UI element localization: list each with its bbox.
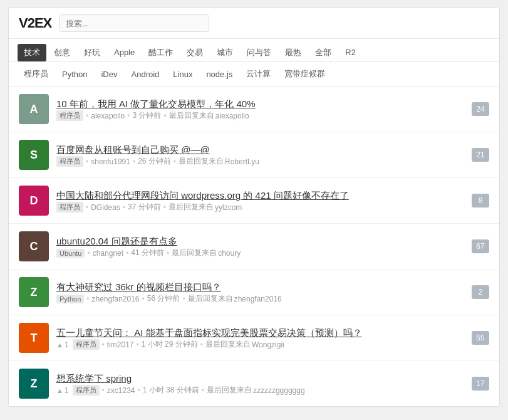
author-link[interactable]: shenfu1991 xyxy=(91,157,130,166)
sub-tab-linux[interactable]: Linux xyxy=(167,67,199,81)
avatar[interactable]: S xyxy=(19,140,49,170)
upvote-icon: ▲ xyxy=(56,387,63,394)
avatar[interactable]: C xyxy=(19,231,49,261)
time: 41 分钟前 xyxy=(131,248,164,258)
last-reply-label: 最后回复来自 xyxy=(179,156,224,167)
nav-tab-tech[interactable]: 技术 xyxy=(18,44,46,61)
sep: • xyxy=(167,249,169,258)
topic-title[interactable]: ubuntu20.04 问题还是有点多 xyxy=(56,236,177,246)
nav-tab-r2[interactable]: R2 xyxy=(339,44,362,61)
node-tag[interactable]: 程序员 xyxy=(73,385,100,396)
upvote-icon: ▲ xyxy=(56,341,63,349)
author-link[interactable]: DGideas xyxy=(91,203,120,212)
nav-tab-fun[interactable]: 好玩 xyxy=(78,44,106,61)
last-reply-user[interactable]: zzzzzzggggggg xyxy=(253,386,305,395)
sep: • xyxy=(182,295,185,303)
last-reply-user[interactable]: alexapollo xyxy=(215,112,249,120)
author-link[interactable]: changnet xyxy=(93,249,123,258)
sep: • xyxy=(86,157,88,166)
topic-item: A10 年前，我用 AI 做了量化交易模型，年化 40%程序员 • alexap… xyxy=(9,87,499,132)
topic-meta: ▲ 1程序员 • tim2017 • 1 小时 29 分钟前 • 最后回复来自 … xyxy=(56,339,464,350)
last-reply-user[interactable]: choury xyxy=(218,249,241,258)
sub-tab-nodejs[interactable]: node.js xyxy=(200,67,239,81)
sub-tab-programmer[interactable]: 程序员 xyxy=(18,66,54,82)
sep: • xyxy=(202,386,204,395)
sep: • xyxy=(163,112,166,120)
nav-tab-city[interactable]: 城市 xyxy=(210,44,239,61)
sub-tab-python[interactable]: Python xyxy=(56,67,93,81)
time: 1 小时 29 分钟前 xyxy=(142,339,198,350)
nav-tab-trade[interactable]: 交易 xyxy=(180,44,209,61)
topic-title[interactable]: 五一儿童节天问： AI 能基于盘面指标实现完美股票交易决策（预测）吗？ xyxy=(56,327,362,338)
avatar[interactable]: Z xyxy=(19,369,49,399)
upvote-count: 1 xyxy=(65,340,69,349)
node-tag[interactable]: 程序员 xyxy=(56,202,83,213)
topic-content: 中国大陆和部分代理网段访问 wordpress.org 的 421 问题好像不存… xyxy=(56,189,464,213)
last-reply-user[interactable]: yylzcom xyxy=(215,203,242,212)
topic-title[interactable]: 想系统学下 spring xyxy=(56,373,132,384)
topic-meta: Python • zhengfan2016 • 56 分钟前 • 最后回复来自 … xyxy=(56,293,464,304)
last-reply-user[interactable]: zhengfan2016 xyxy=(234,295,282,303)
topic-content: 有大神研究过 36kr 的视频栏目接口吗？Python • zhengfan20… xyxy=(56,280,464,304)
nav-tab-creative[interactable]: 创意 xyxy=(48,44,76,61)
author-link[interactable]: alexapollo xyxy=(91,112,125,120)
search-input[interactable] xyxy=(59,14,209,32)
last-reply-user[interactable]: Wongzigii xyxy=(252,340,284,349)
reply-count-badge: 8 xyxy=(472,194,489,207)
avatar[interactable]: A xyxy=(19,94,49,124)
topic-title[interactable]: 有大神研究过 36kr 的视频栏目接口吗？ xyxy=(56,281,221,292)
nav-tab-qa[interactable]: 问与答 xyxy=(241,44,277,61)
avatar[interactable]: T xyxy=(19,323,49,353)
topic-title[interactable]: 百度网盘从租账号到自己购买 @—@ xyxy=(56,144,210,155)
nav-tab-apple[interactable]: Apple xyxy=(108,44,141,61)
author-link[interactable]: zxc1234 xyxy=(107,386,135,395)
sep: • xyxy=(86,112,88,120)
time: 26 分钟前 xyxy=(138,156,171,167)
nav-tab-all[interactable]: 全部 xyxy=(309,44,338,61)
last-reply-label: 最后回复来自 xyxy=(207,385,252,396)
author-link[interactable]: zhengfan2016 xyxy=(91,295,139,303)
last-reply-label: 最后回复来自 xyxy=(205,339,251,350)
time: 37 分钟前 xyxy=(128,202,161,213)
sep: • xyxy=(127,112,130,120)
node-tag[interactable]: 程序员 xyxy=(56,110,83,121)
node-tag[interactable]: 程序员 xyxy=(73,339,100,350)
upvote-count: 1 xyxy=(65,386,69,395)
sub-tab-android[interactable]: Android xyxy=(125,67,166,81)
logo[interactable]: V2EX xyxy=(19,15,51,31)
avatar[interactable]: Z xyxy=(19,277,49,307)
sep: • xyxy=(142,295,145,303)
avatar[interactable]: D xyxy=(19,186,49,216)
topic-title[interactable]: 10 年前，我用 AI 做了量化交易模型，年化 40% xyxy=(56,98,256,109)
last-reply-label: 最后回复来自 xyxy=(188,293,233,304)
sub-tab-cloud[interactable]: 云计算 xyxy=(240,66,277,82)
sep: • xyxy=(174,157,176,166)
topic-item: Z有大神研究过 36kr 的视频栏目接口吗？Python • zhengfan2… xyxy=(9,270,499,315)
topic-item: Cubuntu20.04 问题还是有点多Ubuntu • changnet • … xyxy=(9,224,499,270)
topic-content: 10 年前，我用 AI 做了量化交易模型，年化 40%程序员 • alexapo… xyxy=(56,97,464,121)
sep: • xyxy=(87,249,90,258)
node-tag[interactable]: Python xyxy=(56,295,84,303)
time: 1 小时 38 分钟前 xyxy=(143,385,199,396)
sub-tab-idev[interactable]: iDev xyxy=(95,67,123,81)
sep: • xyxy=(126,249,128,258)
node-tag[interactable]: Ubuntu xyxy=(56,249,85,258)
sep: • xyxy=(136,340,138,349)
nav-tab-work[interactable]: 酷工作 xyxy=(142,44,179,61)
reply-count-badge: 24 xyxy=(472,102,489,116)
author-link[interactable]: tim2017 xyxy=(107,340,134,349)
time: 56 分钟前 xyxy=(147,293,180,304)
nav-tab-hot[interactable]: 最热 xyxy=(279,44,308,61)
reply-count-badge: 55 xyxy=(472,331,489,345)
sep: • xyxy=(123,203,125,212)
reply-count-badge: 21 xyxy=(472,148,489,162)
sub-tab-broadband[interactable]: 宽带症候群 xyxy=(278,66,331,82)
last-reply-user[interactable]: RobertLyu xyxy=(225,157,259,166)
sep: • xyxy=(200,340,203,349)
time: 3 分钟前 xyxy=(132,110,161,121)
topic-list: A10 年前，我用 AI 做了量化交易模型，年化 40%程序员 • alexap… xyxy=(9,87,499,406)
reply-count-badge: 17 xyxy=(472,377,489,391)
topic-title[interactable]: 中国大陆和部分代理网段访问 wordpress.org 的 421 问题好像不存… xyxy=(56,190,349,201)
main-container: V2EX 技术创意好玩Apple酷工作交易城市问与答最热全部R2 程序员Pyth… xyxy=(8,8,500,407)
node-tag[interactable]: 程序员 xyxy=(56,156,83,167)
